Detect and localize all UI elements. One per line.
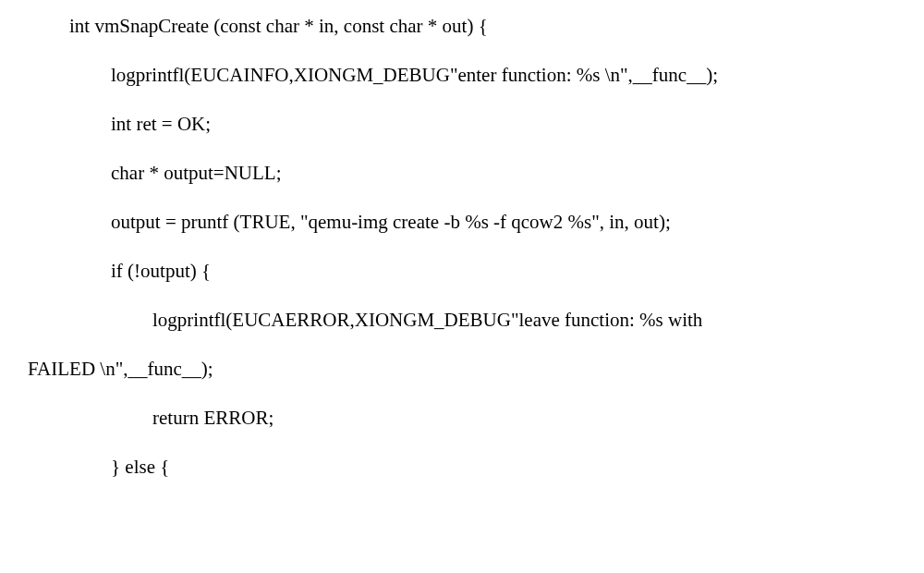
code-line: return ERROR; (28, 408, 924, 428)
code-block: int vmSnapCreate (const char * in, const… (28, 17, 924, 477)
code-line: logprintfl(EUCAINFO,XIONGM_DEBUG"enter f… (28, 66, 924, 85)
code-line: logprintfl(EUCAERROR,XIONGM_DEBUG"leave … (28, 311, 924, 330)
code-line: } else { (28, 457, 924, 477)
code-line: int vmSnapCreate (const char * in, const… (28, 17, 924, 36)
code-line: int ret = OK; (28, 115, 924, 134)
code-line: char * output=NULL; (28, 164, 924, 183)
code-line: output = pruntf (TRUE, "qemu-img create … (28, 213, 924, 232)
code-line: if (!output) { (28, 262, 924, 281)
code-line: FAILED \n",__func__); (28, 360, 924, 379)
